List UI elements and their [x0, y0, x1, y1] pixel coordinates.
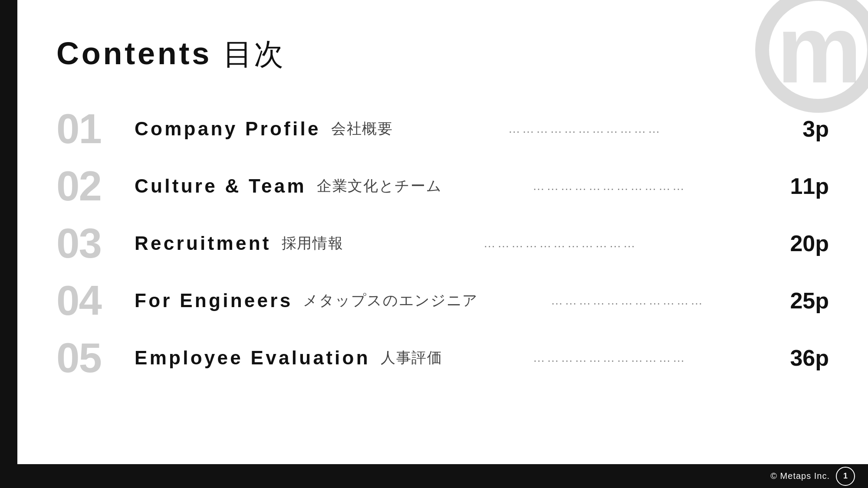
title-ja: 目次 — [223, 37, 285, 70]
item-number-01: 01 — [56, 108, 135, 150]
item-subtitle-05: 人事評価 — [381, 348, 443, 368]
copyright-text: © Metaps Inc. — [770, 471, 830, 481]
list-item: 03 Recruitment 採用情報 …………………………… 20p — [56, 215, 829, 272]
title-accent-bar — [0, 50, 5, 89]
item-subtitle-02: 企業文化とチーム — [317, 176, 442, 196]
item-dots-04: …………………………… — [478, 294, 777, 308]
item-title-04: For Engineers — [135, 290, 293, 311]
item-page-01: 3p — [777, 116, 829, 142]
item-subtitle-04: メタップスのエンジニア — [303, 291, 478, 311]
item-number-05: 05 — [56, 337, 135, 379]
item-number-04: 04 — [56, 280, 135, 321]
item-title-02: Culture & Team — [135, 175, 306, 197]
page-title: Contents 目次 — [56, 35, 829, 74]
main-content: Contents 目次 01 Company Profile 会社概要 …………… — [17, 0, 868, 464]
item-page-05: 36p — [777, 345, 829, 371]
item-page-02: 11p — [777, 173, 829, 199]
item-dots-02: …………………………… — [442, 179, 777, 193]
item-page-04: 25p — [777, 288, 829, 314]
list-item: 05 Employee Evaluation 人事評価 …………………………… … — [56, 329, 829, 386]
item-title-03: Recruitment — [135, 233, 271, 254]
item-page-03: 20p — [777, 230, 829, 256]
item-subtitle-03: 採用情報 — [282, 233, 344, 253]
page-number-badge: 1 — [836, 467, 855, 486]
item-dots-05: …………………………… — [443, 351, 777, 365]
bottom-bar: © Metaps Inc. 1 — [0, 464, 868, 488]
list-item: 04 For Engineers メタップスのエンジニア ……………………………… — [56, 272, 829, 329]
contents-list: 01 Company Profile 会社概要 …………………………… 3p 0… — [56, 100, 829, 386]
list-item: 01 Company Profile 会社概要 …………………………… 3p — [56, 100, 829, 157]
item-title-01: Company Profile — [135, 118, 321, 140]
title-en: Contents — [56, 36, 212, 71]
item-number-02: 02 — [56, 165, 135, 207]
item-number-03: 03 — [56, 223, 135, 264]
item-dots-01: …………………………… — [393, 122, 777, 136]
item-dots-03: …………………………… — [344, 236, 777, 250]
list-item: 02 Culture & Team 企業文化とチーム …………………………… 1… — [56, 157, 829, 215]
item-title-05: Employee Evaluation — [135, 347, 370, 369]
item-subtitle-01: 会社概要 — [331, 119, 393, 139]
